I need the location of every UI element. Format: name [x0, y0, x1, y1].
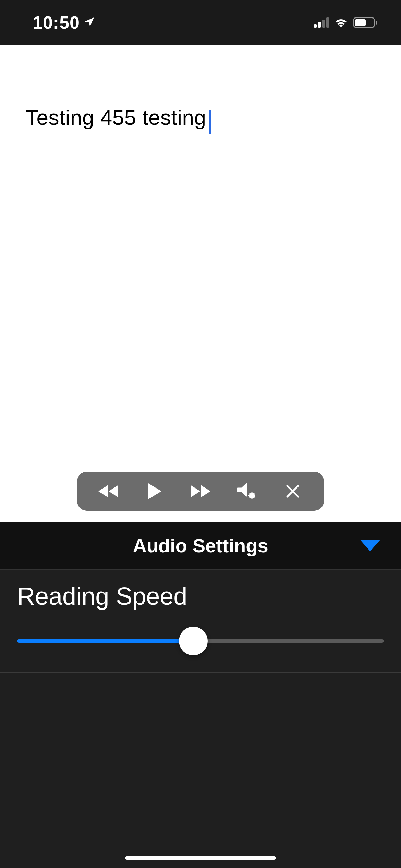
slider-thumb[interactable]: [179, 627, 208, 655]
app-root: 10:50: [0, 0, 401, 868]
play-button[interactable]: [137, 478, 172, 505]
chevron-down-icon[interactable]: [360, 540, 380, 551]
wifi-icon: [334, 16, 348, 29]
status-time: 10:50: [33, 12, 80, 33]
audio-settings-panel: Audio Settings Reading Speed: [0, 522, 401, 868]
fast-forward-button[interactable]: [183, 478, 218, 505]
document-text[interactable]: Testing 455 testing: [26, 105, 206, 130]
audio-settings-header[interactable]: Audio Settings: [0, 522, 401, 570]
reading-speed-label: Reading Speed: [17, 582, 384, 610]
reading-speed-slider[interactable]: [17, 631, 384, 651]
rewind-button[interactable]: [91, 478, 125, 505]
location-icon: [84, 16, 95, 29]
svg-point-0: [250, 493, 254, 498]
status-left: 10:50: [33, 12, 95, 33]
battery-icon: [353, 17, 377, 28]
home-indicator[interactable]: [125, 856, 276, 860]
cellular-signal-icon: [314, 17, 329, 28]
document-content-area[interactable]: Testing 455 testing: [0, 45, 401, 522]
status-bar: 10:50: [0, 0, 401, 45]
media-controls-bar: [77, 472, 324, 511]
close-button[interactable]: [276, 478, 310, 505]
reading-speed-section: Reading Speed: [0, 570, 401, 673]
audio-settings-button[interactable]: [229, 478, 264, 505]
slider-fill: [17, 639, 193, 643]
text-cursor: [209, 110, 211, 134]
audio-settings-title: Audio Settings: [133, 534, 268, 557]
status-right: [314, 16, 377, 29]
